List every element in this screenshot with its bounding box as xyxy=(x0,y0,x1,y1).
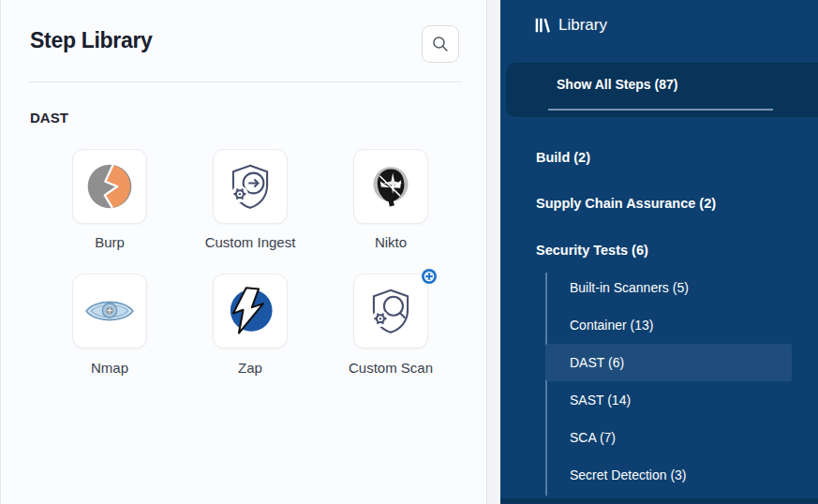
section-heading-dast: DAST xyxy=(30,110,68,126)
step-card-label: Zap xyxy=(180,360,320,376)
sidebar-group-security-tests[interactable]: Security Tests (6) xyxy=(536,240,648,260)
step-card-label: Custom Scan xyxy=(320,360,461,376)
show-all-steps-item[interactable]: Show All Steps (87) xyxy=(506,63,818,117)
search-icon xyxy=(432,36,449,52)
step-card-nikto[interactable] xyxy=(353,149,428,224)
sidebar-item-built-in-scanners[interactable]: Built-in Scanners (5) xyxy=(545,269,792,306)
sidebar-group-build[interactable]: Build (2) xyxy=(536,147,590,168)
step-card-label: Burp xyxy=(39,234,180,250)
zap-lightning-icon xyxy=(223,284,277,338)
page-title: Step Library xyxy=(30,28,153,53)
step-card-nmap[interactable] xyxy=(72,274,147,348)
show-all-underline xyxy=(548,109,773,111)
sidebar-item-dast[interactable]: DAST (6) xyxy=(545,344,792,381)
step-card-custom-ingest[interactable] xyxy=(213,149,288,224)
step-card-label: Nmap xyxy=(39,360,180,376)
shield-arrow-gear-icon xyxy=(224,160,276,213)
shield-search-gear-icon xyxy=(364,285,417,337)
sidebar-title: Library xyxy=(558,16,607,35)
step-library-panel: Step Library DAST xyxy=(0,0,487,504)
step-card-custom-scan[interactable] xyxy=(353,274,428,348)
sidebar-item-sast[interactable]: SAST (14) xyxy=(545,381,792,419)
library-sidebar: Library Show All Steps (87) Build (2) Su… xyxy=(500,0,818,504)
nikto-mask-icon xyxy=(365,161,416,212)
sidebar-bottom-strip xyxy=(500,498,818,504)
integration-badge-icon xyxy=(422,269,437,284)
step-card-label: Custom Ingest xyxy=(180,234,320,250)
header-divider xyxy=(29,82,462,82)
show-all-steps-label: Show All Steps (87) xyxy=(557,77,677,92)
sidebar-item-container[interactable]: Container (13) xyxy=(545,306,792,344)
burp-logo-icon xyxy=(83,160,136,213)
step-card-label: Nikto xyxy=(320,234,461,250)
search-button[interactable] xyxy=(422,25,459,63)
sidebar-item-secret-detection[interactable]: Secret Detection (3) xyxy=(545,456,792,494)
sidebar-item-sca[interactable]: SCA (7) xyxy=(545,419,792,456)
library-icon xyxy=(534,17,551,34)
step-library-page: Step Library DAST xyxy=(0,0,818,504)
sidebar-group-supply-chain[interactable]: Supply Chain Assurance (2) xyxy=(536,193,716,214)
step-card-burp[interactable] xyxy=(72,149,147,224)
step-card-zap[interactable] xyxy=(213,274,288,348)
sidebar-header: Library xyxy=(534,16,607,35)
nmap-eye-icon xyxy=(82,284,137,338)
